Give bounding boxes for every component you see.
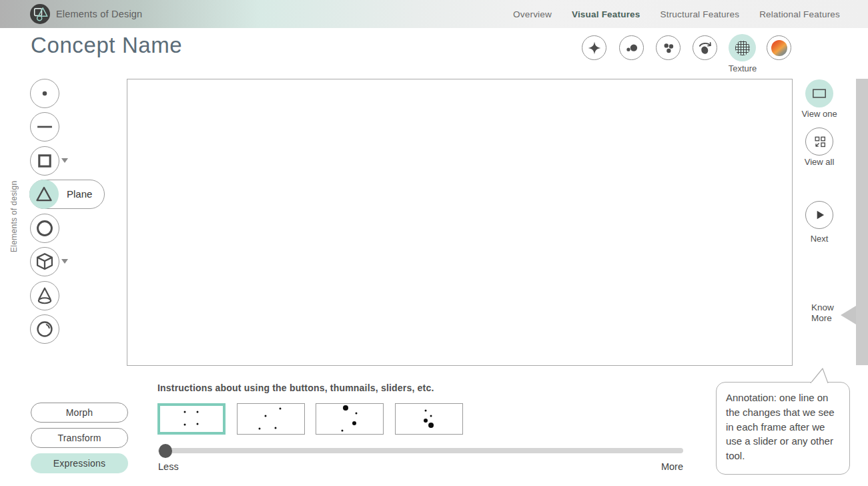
know-more-line1: Know xyxy=(811,302,842,313)
view-all-button[interactable] xyxy=(805,128,833,156)
bubble-tail-icon xyxy=(810,367,830,383)
nav-overview[interactable]: Overview xyxy=(513,9,552,19)
view-one-button[interactable] xyxy=(805,79,833,107)
slider-less-label: Less xyxy=(158,461,179,472)
feature-texture-button[interactable] xyxy=(729,34,756,61)
thumbnail-dot xyxy=(352,421,356,425)
tool-plane-button[interactable]: Plane xyxy=(29,180,105,209)
tool-line-button[interactable] xyxy=(30,112,59,142)
instructions-text: Instructions about using the buttons, th… xyxy=(157,383,434,393)
sparkle-icon xyxy=(586,39,603,57)
triangle-icon xyxy=(31,181,57,208)
square-icon xyxy=(31,148,58,174)
tool-cone-button[interactable] xyxy=(30,281,59,310)
plane-label: Plane xyxy=(67,188,92,200)
thumbnail-dot xyxy=(342,430,344,432)
tool-cube-button[interactable] xyxy=(30,247,59,276)
app-logo-icon xyxy=(30,4,50,24)
app-title: Elements of Design xyxy=(56,9,142,19)
nav-structural-features[interactable]: Structural Features xyxy=(661,9,740,19)
nav-visual-features[interactable]: Visual Features xyxy=(572,9,640,19)
thumbnail-dot xyxy=(280,408,282,410)
thumbnail-dot xyxy=(197,411,199,413)
slider-more-label: More xyxy=(661,461,683,472)
next-button[interactable] xyxy=(805,201,833,229)
plane-selected-circle xyxy=(29,180,59,209)
square-dropdown-caret[interactable] xyxy=(61,158,68,163)
thumbnail-dot xyxy=(425,409,427,411)
feature-color-button[interactable] xyxy=(767,35,791,60)
frame-thumbnail-2[interactable] xyxy=(237,403,305,435)
view-all-label: View all xyxy=(789,157,849,167)
nav-relational-features[interactable]: Relational Features xyxy=(759,9,840,19)
transform-button[interactable]: Transform xyxy=(31,428,128,448)
thumbnail-dot xyxy=(430,415,432,417)
thumbnail-dot xyxy=(343,405,348,411)
feature-shape-button[interactable] xyxy=(582,35,606,60)
feature-orientation-button[interactable] xyxy=(693,35,717,60)
size-dots-icon xyxy=(623,39,640,57)
header-bar: Elements of Design Overview Visual Featu… xyxy=(0,0,868,28)
elements-group-label: Elements of design xyxy=(9,172,19,252)
know-more-button[interactable]: Know More xyxy=(811,302,842,324)
cube-dropdown-caret[interactable] xyxy=(61,259,68,264)
thumbnail-dot xyxy=(259,428,261,430)
thumbnail-dot xyxy=(197,423,199,425)
line-icon xyxy=(31,113,58,140)
view-one-icon xyxy=(809,83,829,103)
selected-feature-label: Texture xyxy=(716,63,769,73)
tool-circle-button[interactable] xyxy=(30,214,59,243)
texture-grid-icon xyxy=(735,41,750,55)
amount-slider-thumb[interactable] xyxy=(159,444,172,458)
page-title: Concept Name xyxy=(31,33,182,58)
cube-icon xyxy=(31,248,58,275)
main-nav: Overview Visual Features Structural Feat… xyxy=(513,0,840,28)
morph-button[interactable]: Morph xyxy=(31,403,128,423)
next-label: Next xyxy=(789,234,849,244)
thumbnail-dot xyxy=(424,419,428,423)
view-one-label: View one xyxy=(789,109,849,119)
count-dots-icon xyxy=(660,39,677,57)
thumbnail-dot xyxy=(183,411,185,413)
color-sphere-icon xyxy=(771,40,787,56)
know-more-line2: More xyxy=(811,313,842,324)
sphere-icon xyxy=(31,316,58,342)
tool-point-button[interactable] xyxy=(30,79,59,108)
circle-icon xyxy=(31,215,58,242)
annotation-text: Annotation: one line on the changes that… xyxy=(726,391,841,463)
amount-slider-track[interactable] xyxy=(158,448,683,453)
tool-square-button[interactable] xyxy=(30,146,59,176)
thumbnail-dot xyxy=(265,415,267,417)
feature-size-button[interactable] xyxy=(619,35,644,60)
annotation-bubble: Annotation: one line on the changes that… xyxy=(716,382,850,475)
right-scroll-strip[interactable] xyxy=(856,79,868,365)
frame-thumbnail-3[interactable] xyxy=(316,403,384,435)
expressions-button[interactable]: Expressions xyxy=(31,453,128,473)
point-icon xyxy=(31,80,58,107)
thumbnail-dot xyxy=(275,427,277,429)
tool-sphere-button[interactable] xyxy=(30,314,59,344)
frame-thumbnail-1[interactable] xyxy=(157,403,226,435)
frame-thumbnail-4[interactable] xyxy=(395,403,463,435)
play-icon xyxy=(809,205,829,225)
thumbnail-dot xyxy=(356,413,358,415)
cone-icon xyxy=(31,282,58,309)
thumbnail-dot xyxy=(428,423,434,428)
view-all-grid-icon xyxy=(809,132,829,152)
feature-count-button[interactable] xyxy=(656,35,681,60)
main-canvas[interactable] xyxy=(127,79,793,366)
rotate-icon xyxy=(696,39,715,57)
know-more-arrow-icon xyxy=(841,306,856,324)
thumbnail-dot xyxy=(183,423,185,425)
